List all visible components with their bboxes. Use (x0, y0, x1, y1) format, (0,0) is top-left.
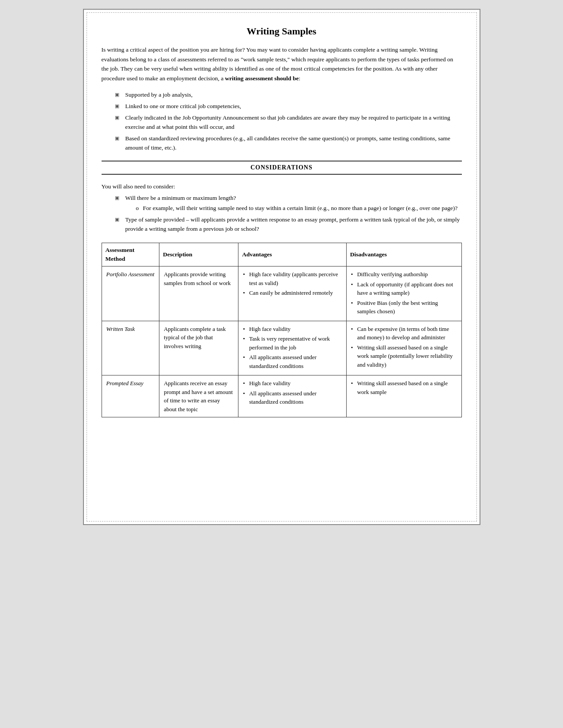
method-portfolio: Portfolio Assessment (102, 266, 159, 321)
requirement-item: Linked to one or more critical job compe… (115, 101, 462, 111)
adv-item: All applicants assessed under standardiz… (243, 353, 342, 370)
adv-item: Can easily be administered remotely (243, 289, 342, 297)
consider-item-2: Type of sample provided – will applicant… (115, 215, 462, 234)
dis-item: Writing skill assessed based on a single… (351, 379, 457, 396)
dis-item: Difficulty verifying authorship (351, 270, 457, 279)
considerations-header: CONSIDERATIONS (102, 161, 462, 175)
col-header-adv: Advantages (238, 243, 347, 266)
page-title: Writing Samples (102, 26, 462, 37)
dis-item: Positive Bias (only the best writing sam… (351, 299, 457, 316)
adv-item: All applicants assessed under standardiz… (243, 389, 342, 406)
dis-prompted-essay: Writing skill assessed based on a single… (346, 375, 461, 417)
requirements-list: Supported by a job analysis, Linked to o… (115, 90, 462, 153)
col-header-dis: Disadvantages (346, 243, 461, 266)
dis-written-task: Can be expensive (in terms of both time … (346, 321, 461, 375)
desc-written-task: Applicants complete a task typical of th… (159, 321, 238, 375)
table-row-portfolio: Portfolio Assessment Applicants provide … (102, 266, 461, 321)
requirement-item: Clearly indicated in the Job Opportunity… (115, 113, 462, 132)
adv-item: High face validity (applicants perceive … (243, 270, 342, 287)
page-container: Writing Samples Is writing a critical as… (83, 9, 480, 525)
table-row-prompted-essay: Prompted Essay Applicants receive an ess… (102, 375, 461, 417)
dis-item: Can be expensive (in terms of both time … (351, 325, 457, 342)
method-written-task: Written Task (102, 321, 159, 375)
desc-prompted-essay: Applicants receive an essay prompt and h… (159, 375, 238, 417)
adv-prompted-essay: High face validity All applicants assess… (238, 375, 347, 417)
adv-item: Task is very representative of work perf… (243, 334, 342, 352)
dis-item: Lack of opportunity (if applicant does n… (351, 280, 457, 297)
col-header-method: Assessment Method (102, 243, 159, 266)
consider-item-1: Will there be a minimum or maximum lengt… (115, 193, 462, 213)
adv-item: High face validity (243, 325, 342, 334)
adv-item: High face validity (243, 379, 342, 388)
consider-intro: You will also need to consider: (102, 182, 462, 191)
consider-list: Will there be a minimum or maximum lengt… (115, 193, 462, 234)
consider-subitem: For example, will their writing sample n… (134, 203, 462, 213)
table-header-row: Assessment Method Description Advantages… (102, 243, 461, 266)
assessment-table: Assessment Method Description Advantages… (102, 243, 462, 418)
dis-item: Writing skill assessed based on a single… (351, 343, 457, 369)
adv-written-task: High face validity Task is very represen… (238, 321, 347, 375)
col-header-desc: Description (159, 243, 238, 266)
intro-paragraph: Is writing a critical aspect of the posi… (102, 45, 462, 83)
desc-portfolio: Applicants provide writing samples from … (159, 266, 238, 321)
requirement-item: Supported by a job analysis, (115, 90, 462, 100)
method-prompted-essay: Prompted Essay (102, 375, 159, 417)
requirement-item: Based on standardized reviewing procedur… (115, 134, 462, 153)
dis-portfolio: Difficulty verifying authorship Lack of … (346, 266, 461, 321)
adv-portfolio: High face validity (applicants perceive … (238, 266, 347, 321)
table-row-written-task: Written Task Applicants complete a task … (102, 321, 461, 375)
consider-sublist: For example, will their writing sample n… (134, 203, 462, 213)
